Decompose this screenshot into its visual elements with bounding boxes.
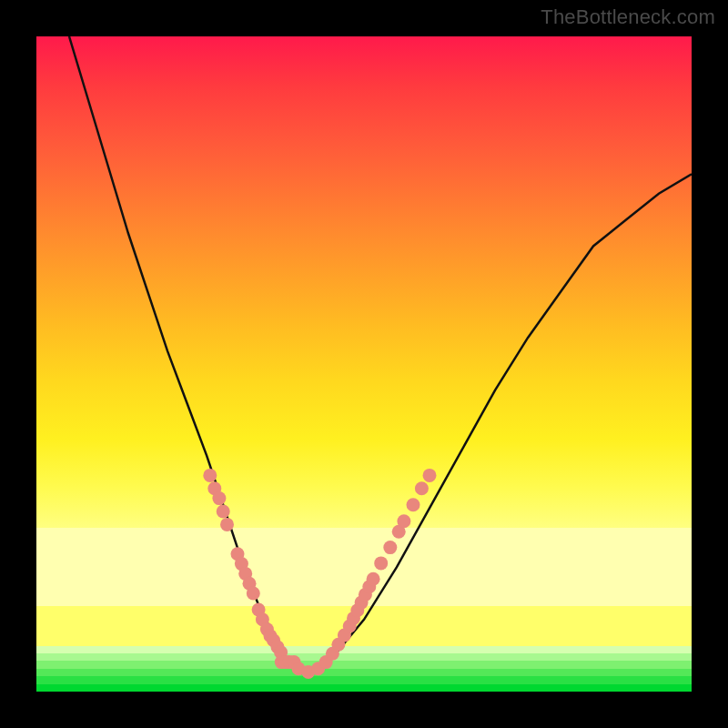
curve-layer [36, 36, 692, 692]
marker-group [203, 469, 436, 679]
data-point [423, 469, 437, 482]
chart-frame: TheBottleneck.com [0, 0, 728, 728]
plot-area [36, 36, 692, 692]
data-point [407, 498, 420, 511]
data-point [374, 556, 388, 570]
bottleneck-curve-path [69, 36, 692, 672]
data-point [203, 469, 217, 482]
data-point [212, 491, 226, 505]
data-point [217, 505, 230, 519]
data-point [415, 481, 429, 495]
data-point [397, 514, 410, 528]
data-point [247, 587, 260, 601]
watermark-text: TheBottleneck.com [541, 5, 715, 29]
data-point [383, 541, 397, 554]
data-point [367, 572, 380, 586]
data-point [220, 518, 234, 531]
